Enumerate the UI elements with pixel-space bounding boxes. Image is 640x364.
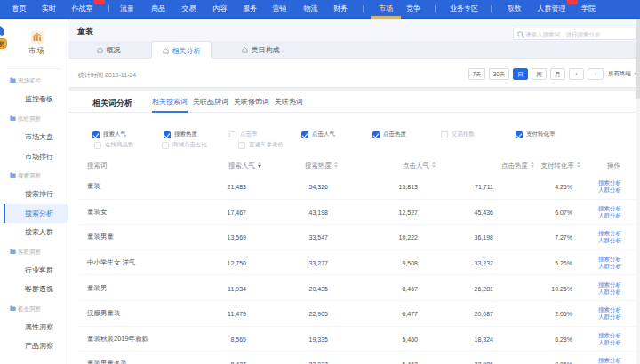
panel-tab-2[interactable]: 关联品牌词: [193, 91, 228, 113]
range-button-7[interactable]: ›: [588, 68, 604, 80]
nav-item-13[interactable]: 竞争: [401, 0, 426, 18]
metric-checkbox-2-1[interactable]: 在线商品数: [94, 141, 134, 149]
nav-item-17[interactable]: 学院: [576, 0, 601, 18]
cell-search-heat: 19,335: [309, 336, 328, 342]
nav-item-14[interactable]: 业务专区: [444, 0, 484, 18]
crowd-analysis-link[interactable]: 人群分析: [598, 313, 621, 320]
search-analysis-link[interactable]: 搜索分析: [598, 306, 621, 313]
crowd-analysis-link[interactable]: 人群分析: [598, 289, 621, 296]
cell-actions: 搜索分析人群分析: [598, 281, 621, 296]
page-scrollbar[interactable]: [636, 19, 640, 364]
crowd-analysis-link[interactable]: 人群分析: [598, 263, 621, 270]
metric-checkbox-1-4[interactable]: 点击人气: [301, 131, 335, 138]
sidebar-item-label: 市场监控: [18, 71, 41, 90]
nav-item-16[interactable]: 人群管理: [532, 0, 572, 18]
nav-item-3[interactable]: 作战室: [67, 0, 99, 18]
page-tab-2[interactable]: 相关分析: [151, 41, 212, 59]
crowd-analysis-link[interactable]: 人群分析: [598, 237, 621, 244]
metric-checkbox-1-7[interactable]: 支付转化率: [516, 131, 556, 138]
sidebar-item-14[interactable]: 属性洞察: [0, 318, 68, 336]
panel-tab-1[interactable]: 相关搜索词: [152, 91, 188, 113]
metric-checkbox-1-3[interactable]: 点击率: [229, 131, 258, 138]
crowd-analysis-link[interactable]: 人群分析: [598, 186, 621, 194]
nav-item-label: 取数: [508, 4, 522, 12]
panel-tab-3[interactable]: 关联修饰词: [234, 91, 269, 113]
nav-item-2[interactable]: 实时: [36, 0, 61, 18]
metric-checkbox-1-1[interactable]: 搜索人气: [92, 131, 126, 138]
sidebar-item-11[interactable]: 行业客群: [0, 261, 68, 280]
nav-item-4[interactable]: 流量: [115, 0, 140, 18]
crowd-analysis-link[interactable]: 人群分析: [598, 339, 621, 346]
search-analysis-link[interactable]: 搜索分析: [598, 205, 621, 212]
nav-item-8[interactable]: 服务: [237, 0, 262, 18]
range-button-6[interactable]: ‹: [569, 68, 584, 80]
column-header-5[interactable]: 点击热度: [501, 157, 534, 174]
metric-checkbox-1-2[interactable]: 搜索热度: [164, 131, 197, 138]
cell-search-pop: 21,483: [228, 184, 246, 190]
sidebar-item-9[interactable]: 搜索人群: [0, 223, 68, 241]
terminal-dropdown[interactable]: 所有终端: [608, 67, 639, 81]
cell-click-heat: 33,237: [475, 260, 493, 266]
cell-click-pop: 15,813: [399, 184, 418, 190]
range-button-2[interactable]: 30天: [489, 68, 509, 80]
checkbox-unchecked-icon: [441, 131, 448, 138]
column-header-4[interactable]: 点击人气: [403, 157, 436, 174]
cell-search-heat: 33,547: [309, 234, 328, 241]
sidebar-item-2[interactable]: 监控看板: [0, 90, 68, 108]
cell-pay-conv: 2.05%: [555, 311, 572, 317]
search-analysis-link[interactable]: 搜索分析: [598, 256, 621, 263]
nav-item-12[interactable]: 市场: [373, 0, 398, 18]
nav-item-10[interactable]: 物流: [299, 0, 324, 18]
page-tab-3[interactable]: 类目构成: [230, 41, 291, 59]
sidebar-item-8[interactable]: 搜索分析: [0, 204, 68, 223]
cell-pay-conv: 7.27%: [555, 234, 572, 241]
cell-click-heat: 45,436: [475, 209, 493, 215]
range-button-1[interactable]: 7天: [468, 68, 485, 80]
nav-item-11[interactable]: 财务: [328, 0, 353, 18]
column-header-3[interactable]: 搜索热度: [305, 157, 338, 174]
panel-tab-4[interactable]: 关联热词: [275, 91, 303, 113]
search-analysis-link[interactable]: 搜索分析: [598, 281, 621, 289]
nav-item-1[interactable]: 首页: [7, 0, 32, 18]
scrollbar-thumb[interactable]: [636, 19, 640, 99]
nav-item-15[interactable]: 取数: [502, 0, 527, 18]
nav-item-5[interactable]: 商品: [146, 0, 171, 18]
cell-click-heat: 20,087: [475, 311, 493, 317]
metric-label: 点击热度: [383, 131, 406, 138]
cell-click-heat: 71,711: [475, 184, 493, 190]
range-button-5[interactable]: 月: [550, 68, 565, 80]
nav-item-6[interactable]: 交易: [177, 0, 202, 18]
search-analysis-link[interactable]: 搜索分析: [598, 332, 621, 339]
sidebar-item-4[interactable]: 市场大盘: [0, 128, 68, 146]
nav-item-7[interactable]: 内容: [208, 0, 233, 18]
date-toolbar: 统计时间 2019-11-24 7天30天日周月‹› 所有终端: [68, 59, 640, 87]
nav-item-label: 首页: [12, 4, 27, 12]
metric-checkbox-2-3[interactable]: 直通车参考价: [238, 141, 284, 149]
range-button-3[interactable]: 日: [513, 68, 528, 80]
range-button-4[interactable]: 周: [532, 68, 547, 80]
column-header-2[interactable]: 搜索人气: [228, 157, 261, 174]
nav-item-label: 物流: [304, 4, 318, 12]
assistant-tag[interactable]: 明: [0, 38, 7, 49]
metric-checkbox-1-6[interactable]: 交易指数: [441, 131, 475, 138]
cell-pay-conv: 10.26%: [551, 285, 572, 291]
search-analysis-link[interactable]: 搜索分析: [598, 179, 621, 186]
nav-item-label: 商品: [151, 4, 165, 12]
sidebar-item-5[interactable]: 市场排行: [0, 147, 68, 166]
page-tab-1[interactable]: 概况: [78, 41, 139, 59]
sidebar-item-12[interactable]: 客群透视: [0, 280, 68, 298]
floating-assistant-widget[interactable]: 明: [0, 25, 12, 51]
checkbox-unchecked-icon: [238, 142, 245, 149]
column-header-6[interactable]: 支付转化率: [541, 157, 581, 174]
keyword-search-input[interactable]: 请输入搜索词，进行搜索分析: [513, 28, 636, 40]
sidebar-item-15[interactable]: 产品洞察: [0, 336, 68, 355]
search-analysis-link[interactable]: 搜索分析: [598, 357, 621, 364]
metric-checkbox-2-2[interactable]: 商城点击占比: [162, 141, 207, 149]
cell-click-heat: 18,324: [475, 336, 493, 342]
cell-keyword: 童装秋装2019年新款: [87, 335, 148, 344]
crowd-analysis-link[interactable]: 人群分析: [598, 212, 621, 219]
sidebar-item-7[interactable]: 搜索排行: [0, 185, 68, 203]
metric-checkbox-1-5[interactable]: 点击热度: [372, 131, 406, 138]
nav-item-9[interactable]: 营销: [268, 0, 292, 18]
search-analysis-link[interactable]: 搜索分析: [598, 230, 621, 237]
